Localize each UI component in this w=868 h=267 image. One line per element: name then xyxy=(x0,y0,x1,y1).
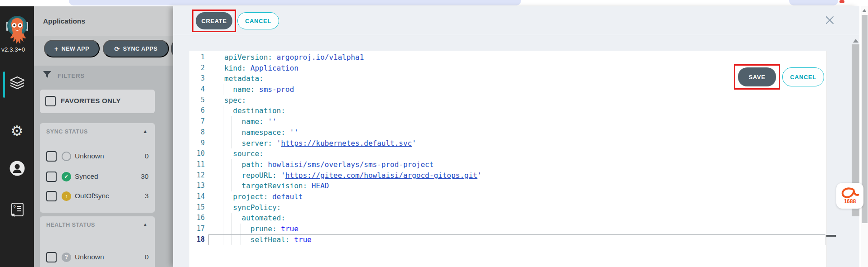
filter-checkbox[interactable] xyxy=(46,191,57,201)
line-number: 12 xyxy=(189,170,205,181)
sync-apps-button[interactable]: ⟳ SYNC APPS xyxy=(103,40,169,57)
filter-label: OutOfSync xyxy=(75,192,109,200)
sidebar-item-user[interactable] xyxy=(0,155,34,183)
code-line[interactable]: repoURL: 'https://gitee.com/howlaisi/arg… xyxy=(224,170,826,181)
editor-hscrollbar-thumb[interactable] xyxy=(826,235,836,237)
collapse-icon[interactable]: ▲ xyxy=(143,222,148,227)
code-token: true xyxy=(290,235,312,244)
refresh-icon: ⟳ xyxy=(114,45,120,52)
sidebar-item-applications[interactable] xyxy=(0,71,34,99)
favorites-label: FAVORITES ONLY xyxy=(61,97,121,105)
code-line[interactable]: namespace: '' xyxy=(224,127,826,138)
create-button[interactable]: CREATE xyxy=(196,12,232,29)
indent-guide xyxy=(231,213,232,224)
yaml-editor[interactable]: 123456789101112131415161718 apiVersion: … xyxy=(189,51,827,267)
line-number: 13 xyxy=(189,181,205,191)
save-button[interactable]: SAVE xyxy=(738,67,776,86)
favorites-checkbox[interactable] xyxy=(45,96,56,106)
synced-status-icon: ✓ xyxy=(62,172,71,181)
filter-funnel-icon xyxy=(43,71,51,80)
code-token: true xyxy=(277,224,299,233)
indent-guide xyxy=(223,138,223,149)
applications-toolbar: + NEW APP ⟳ SYNC APPS xyxy=(34,36,173,66)
code-token: kind: xyxy=(224,64,246,72)
code-line[interactable]: prune: true xyxy=(224,224,826,234)
svg-text:?: ? xyxy=(13,205,16,210)
line-number: 14 xyxy=(189,191,205,202)
code-token: ' xyxy=(412,139,416,148)
line-number: 8 xyxy=(189,127,205,138)
alibaba-logo-icon xyxy=(839,187,860,199)
badge-label: 1688 xyxy=(844,198,856,205)
plus-icon: + xyxy=(54,45,58,52)
panel-scroll-up-icon[interactable] xyxy=(853,39,858,43)
line-number: 2 xyxy=(189,63,205,74)
indent-guide xyxy=(231,159,232,170)
filter-row: ?Unknown0 xyxy=(46,251,149,263)
code-token: https://gitee.com/howlaisi/argocd-gitops… xyxy=(285,171,477,180)
indent-guide xyxy=(231,127,232,138)
code-token: howlaisi/sms/overlays/sms-prod-project xyxy=(264,160,434,169)
code-line[interactable]: name: '' xyxy=(224,116,826,127)
gear-icon: ⚙ xyxy=(11,123,24,139)
code-token: ' xyxy=(277,171,285,180)
layers-icon xyxy=(9,76,25,93)
section-title: HEALTH STATUS xyxy=(46,222,95,228)
panel-cancel-button[interactable]: CANCEL xyxy=(237,12,279,29)
filter-row: ↑OutOfSync3 xyxy=(46,190,149,202)
editor-cancel-button[interactable]: CANCEL xyxy=(782,67,824,86)
code-token: '' xyxy=(285,128,299,137)
outofsync-status-icon: ↑ xyxy=(62,191,71,201)
panel-header: CREATE CANCEL xyxy=(173,6,859,35)
filter-checkbox[interactable] xyxy=(46,172,57,182)
argocd-screen: v2.3.3+0 ⚙ xyxy=(0,0,868,267)
argocd-logo[interactable] xyxy=(6,12,28,46)
indent-guide xyxy=(231,181,232,191)
code-line[interactable]: source: xyxy=(224,148,826,159)
code-line[interactable]: path: howlaisi/sms/overlays/sms-prod-pro… xyxy=(224,159,826,170)
code-line[interactable]: selfHeal: true xyxy=(224,234,826,245)
sidebar-item-settings[interactable]: ⚙ xyxy=(0,117,34,145)
code-token: selfHeal: xyxy=(224,235,290,244)
indent-guide xyxy=(231,170,232,181)
page-scrollbar[interactable] xyxy=(861,6,868,267)
page-scroll-up-icon[interactable] xyxy=(862,9,867,12)
active-indicator xyxy=(3,72,5,98)
indent-guide xyxy=(223,202,223,213)
alibaba-1688-badge[interactable]: 1688 xyxy=(836,183,863,209)
page-title: Applications xyxy=(43,17,85,25)
code-token: name: xyxy=(224,117,264,126)
code-line[interactable]: targetRevision: HEAD xyxy=(224,181,826,191)
filters-sidebar: FILTERS FAVORITES ONLY SYNC STATUS ▲ Unk… xyxy=(34,66,173,267)
indent-guide xyxy=(223,191,223,202)
indent-guide xyxy=(223,213,223,224)
close-icon[interactable] xyxy=(825,16,834,24)
indent-guide xyxy=(241,224,241,234)
line-number: 10 xyxy=(189,148,205,159)
filter-row: Unknown0 xyxy=(46,150,149,162)
code-line[interactable]: server: 'https://kubernetes.default.svc' xyxy=(224,138,826,149)
code-line[interactable]: automated: xyxy=(224,213,826,224)
code-line[interactable]: apiVersion: argoproj.io/v1alpha1 xyxy=(224,52,826,63)
filter-count: 0 xyxy=(145,152,149,160)
collapse-icon[interactable]: ▲ xyxy=(143,129,148,134)
notification-dot xyxy=(839,0,844,3)
sidebar-item-help[interactable]: ? xyxy=(0,197,34,225)
code-line[interactable]: destination: xyxy=(224,105,826,116)
code-token: source: xyxy=(224,149,264,158)
code-token: ' xyxy=(477,171,482,180)
filter-checkbox[interactable] xyxy=(46,151,57,162)
code-token: targetRevision: xyxy=(224,181,307,190)
filter-checkbox[interactable] xyxy=(46,252,57,262)
indent-guide xyxy=(223,159,223,170)
new-app-button[interactable]: + NEW APP xyxy=(44,40,100,57)
code-token: https://kubernetes.default.svc xyxy=(281,139,412,148)
line-number: 9 xyxy=(189,138,205,149)
code-line[interactable]: spec: xyxy=(224,95,826,106)
code-token: destination: xyxy=(224,106,285,115)
code-line[interactable]: project: default xyxy=(224,191,826,202)
code-line[interactable]: syncPolicy: xyxy=(224,202,826,213)
code-token: project: xyxy=(224,192,268,201)
code-token: name: xyxy=(224,85,255,94)
health-unknown-status-icon: ? xyxy=(62,253,71,262)
